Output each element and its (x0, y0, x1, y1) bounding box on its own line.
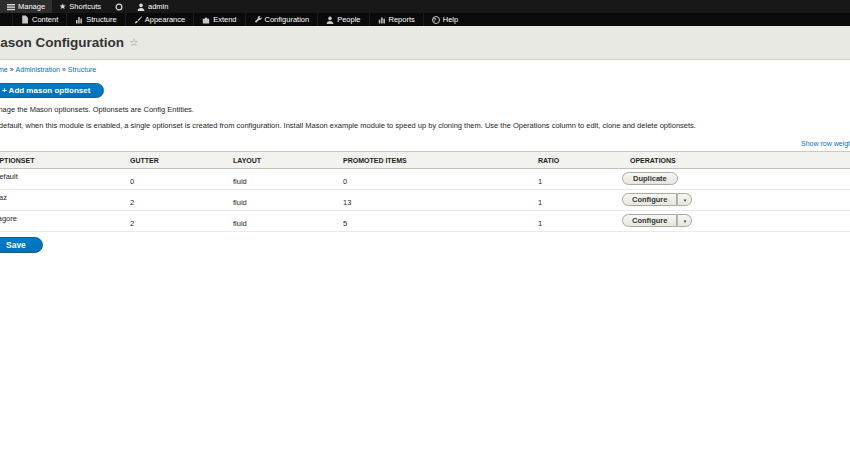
row-weights-bar: Show row weights (0, 140, 850, 151)
operations-cell: Configure ▼ (630, 190, 850, 211)
bar-chart-icon (378, 16, 386, 24)
breadcrumb: Home»Administration»Structure (0, 66, 850, 73)
history-icon (115, 3, 123, 11)
ratio-cell: 1 (538, 190, 630, 211)
optionset-name-cell: Paz (0, 190, 130, 211)
show-row-weights-link[interactable]: Show row weights (801, 140, 850, 147)
operations-cell: Duplicate (630, 169, 850, 190)
column-header-layout: LAYOUT (233, 152, 343, 169)
save-button[interactable]: Save (0, 237, 43, 253)
intro-text-2: By default, when this module is enabled,… (0, 121, 850, 130)
table-row: Tagore 2 fluid 5 1 Configure ▼ (0, 211, 850, 232)
gutter-cell: 0 (130, 169, 233, 190)
layout-cell: fluid (233, 211, 343, 232)
favorite-star-icon[interactable]: ☆ (129, 37, 139, 48)
menu-icon (7, 3, 15, 11)
person-icon (326, 16, 334, 24)
optionsets-table: OPTIONSET GUTTER LAYOUT PROMOTED ITEMS R… (0, 151, 850, 232)
breadcrumb-home-link[interactable]: Home (0, 66, 8, 73)
operations-dropdown-toggle[interactable]: ▼ (677, 214, 692, 227)
table-row: Default 0 fluid 0 1 Duplicate (0, 169, 850, 190)
menu-item-configuration[interactable]: Configuration (245, 13, 318, 26)
wrench-icon (254, 16, 262, 24)
breadcrumb-separator: » (10, 66, 14, 73)
admin-toolbar: Manage ★ Shortcuts admin (0, 0, 850, 13)
gutter-cell: 2 (130, 211, 233, 232)
menu-item-appearance[interactable]: Appearance (125, 13, 193, 26)
page-header: Mason Configuration ☆ (0, 26, 850, 60)
toolbar-item-label: Manage (18, 2, 45, 11)
menu-item-label: Configuration (265, 15, 310, 24)
menu-item-extend[interactable]: Extend (193, 13, 244, 26)
operations-cell: Configure ▼ (630, 211, 850, 232)
file-icon (21, 15, 29, 24)
menu-item-label: Structure (86, 15, 116, 24)
table-header-row: OPTIONSET GUTTER LAYOUT PROMOTED ITEMS R… (0, 152, 850, 169)
ratio-cell: 1 (538, 211, 630, 232)
clipped-home-icon (0, 16, 3, 23)
brush-icon (134, 16, 142, 24)
column-header-promoted-items: PROMOTED ITEMS (343, 152, 538, 169)
column-header-gutter: GUTTER (130, 152, 233, 169)
configure-button[interactable]: Configure (622, 193, 677, 206)
user-icon (137, 3, 145, 11)
menu-item-label: Content (32, 15, 58, 24)
promoted-items-cell: 5 (343, 211, 538, 232)
configure-button[interactable]: Configure (622, 214, 677, 227)
layout-cell: fluid (233, 190, 343, 211)
page-title: Mason Configuration (0, 35, 124, 50)
toolbar-item-label: admin (148, 2, 168, 11)
toolbar-item-label: Shortcuts (69, 2, 101, 11)
optionset-name-cell: Default (0, 169, 130, 190)
operations-dropdown-toggle[interactable]: ▼ (677, 193, 692, 206)
puzzle-icon (202, 16, 210, 24)
blocks-icon (75, 16, 83, 24)
menu-item-label: Help (443, 15, 458, 24)
breadcrumb-administration-link[interactable]: Administration (16, 66, 60, 73)
breadcrumb-separator: » (62, 66, 66, 73)
menu-item-content[interactable]: Content (12, 13, 66, 26)
breadcrumb-structure-link[interactable]: Structure (68, 66, 96, 73)
menu-item-people[interactable]: People (317, 13, 368, 26)
intro-text-1: Manage the Mason optionsets. Optionsets … (0, 105, 850, 114)
menu-item-reports[interactable]: Reports (369, 13, 423, 26)
duplicate-button[interactable]: Duplicate (622, 172, 678, 185)
promoted-items-cell: 0 (343, 169, 538, 190)
column-header-operations: OPERATIONS (630, 152, 850, 169)
admin-menu-bar: Content Structure Appearance Extend Conf… (0, 13, 850, 26)
menu-item-label: People (337, 15, 360, 24)
question-icon: ? (432, 16, 440, 24)
caret-down-icon: ▼ (683, 219, 687, 224)
ratio-cell: 1 (538, 169, 630, 190)
gutter-cell: 2 (130, 190, 233, 211)
caret-down-icon: ▼ (683, 198, 687, 203)
column-header-ratio: RATIO (538, 152, 630, 169)
toolbar-item-shortcuts[interactable]: ★ Shortcuts (52, 0, 108, 13)
toolbar-item-history[interactable] (108, 0, 130, 13)
table-row: Paz 2 fluid 13 1 Configure ▼ (0, 190, 850, 211)
toolbar-item-admin[interactable]: admin (130, 0, 175, 13)
menu-item-help[interactable]: ? Help (423, 13, 466, 26)
menu-item-label: Reports (389, 15, 415, 24)
optionset-name-cell: Tagore (0, 211, 130, 232)
menu-item-structure[interactable]: Structure (66, 13, 124, 26)
menu-item-label: Appearance (145, 15, 185, 24)
page-container: Manage ★ Shortcuts admin Content (0, 0, 850, 253)
promoted-items-cell: 13 (343, 190, 538, 211)
layout-cell: fluid (233, 169, 343, 190)
star-icon: ★ (59, 3, 66, 11)
toolbar-item-manage[interactable]: Manage (0, 0, 52, 13)
add-mason-optionset-button[interactable]: + Add mason optionset (0, 83, 104, 98)
column-header-optionset: OPTIONSET (0, 152, 130, 169)
menu-item-label: Extend (213, 15, 236, 24)
